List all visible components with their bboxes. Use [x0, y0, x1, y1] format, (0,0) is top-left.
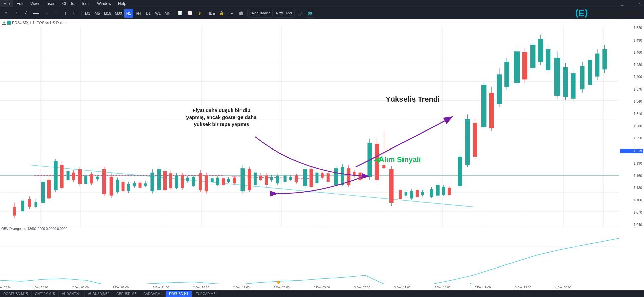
menu-tools[interactable]: Tools: [77, 0, 94, 7]
line-tool[interactable]: ╱: [21, 9, 30, 18]
tf-mn[interactable]: MN: [163, 9, 172, 18]
obv-header: OBV Divergence 18602.0000 0.0000 0.0000: [1, 227, 67, 231]
time-3dec03: 3 Dec 03:00: [314, 286, 330, 289]
tf-m15[interactable]: M15: [103, 9, 112, 18]
minimize-button[interactable]: _: [618, 0, 627, 7]
tf-d1[interactable]: D1: [144, 9, 153, 18]
price-1.070: 1.070: [620, 211, 643, 214]
toolbar: ↖ ✛ ╱ ⟶ ⟋ ⊹ T ⬡ M1 M5 M15 M30 H1 H4 D1 W…: [0, 7, 644, 19]
chart-header: ⊟ EOSUSD, H1: EOS vs US Dollar: [0, 19, 68, 26]
price-1.340: 1.340: [620, 100, 643, 103]
indicators-btn[interactable]: 📈: [185, 9, 194, 18]
menu-file[interactable]: File: [0, 0, 13, 7]
chart-icon-2: [7, 21, 11, 25]
tf-m1[interactable]: M1: [83, 9, 92, 18]
price-1.370: 1.370: [620, 87, 643, 91]
time-3dec23: 3 Dec 23:00: [515, 286, 531, 289]
cursor-tool[interactable]: ↖: [2, 9, 11, 18]
current-price-label: 1.219: [620, 149, 643, 153]
indicators-list-btn[interactable]: ⊞: [296, 9, 305, 18]
tf-h4[interactable]: H4: [134, 9, 143, 18]
tab-audchf-h4[interactable]: AUDCHF,H4: [59, 291, 85, 297]
time-2dec11: 2 Dec 11:00: [153, 286, 169, 289]
crosshair-tool[interactable]: ✛: [12, 9, 20, 18]
price-1.520: 1.520: [620, 26, 643, 30]
price-1.190: 1.190: [620, 162, 643, 165]
price-1.250: 1.250: [620, 136, 643, 140]
ide-btn[interactable]: IDE: [208, 9, 216, 18]
svg-line-0: [30, 165, 473, 207]
price-1.040: 1.040: [620, 223, 643, 227]
tab-eosusd-h1[interactable]: EOSUSD,H1: [166, 291, 192, 297]
chart-type-btn[interactable]: 📊: [176, 9, 184, 18]
menu-insert[interactable]: Insert: [42, 0, 59, 7]
svg-point-189: [277, 281, 280, 284]
price-scale: 1.520 1.490 1.460 1.430 1.400 1.370 1.34…: [619, 19, 644, 227]
tf-h1[interactable]: H1: [124, 9, 133, 18]
obv-chart-svg: [0, 232, 619, 290]
time-1dec23: 1 Dec 23:00: [32, 286, 49, 289]
menu-edit[interactable]: Edit: [13, 0, 27, 7]
menu-window[interactable]: Window: [94, 0, 115, 7]
close-button[interactable]: ×: [635, 0, 644, 7]
price-1.490: 1.490: [620, 39, 643, 42]
tab-chfjpy-m15[interactable]: CHFJPY,M15: [32, 291, 59, 297]
menu-help[interactable]: Help: [115, 0, 130, 7]
algo-trading-btn[interactable]: Algo Trading: [249, 9, 273, 18]
menu-view[interactable]: View: [27, 0, 42, 7]
new-order-btn[interactable]: New Order: [274, 9, 294, 18]
chart-title: EOSUSD, H1: EOS vs US Dollar: [12, 21, 66, 25]
time-3dec15: 3 Dec 15:00: [434, 286, 451, 289]
logo-text: Trading Finder: [591, 9, 642, 18]
separator-2: [174, 10, 174, 17]
separator-1: [81, 10, 82, 17]
zero-zero-btn[interactable]: 00: [306, 9, 314, 18]
maximize-button[interactable]: □: [627, 0, 635, 7]
tf-m5[interactable]: M5: [93, 9, 102, 18]
pitchfork-tool[interactable]: ⊹: [51, 9, 60, 18]
chart-icon-1: ⊟: [2, 21, 6, 25]
window-controls: _ □ ×: [618, 0, 644, 7]
tab-cadchf-h1[interactable]: CADCHF,H1: [140, 291, 166, 297]
new-order-label: New Order: [276, 11, 292, 15]
logo-icon: ⟨E⟩: [575, 8, 588, 19]
chart-container: ⊟ EOSUSD, H1: EOS vs US Dollar: [0, 19, 644, 290]
time-1dec: 1 Dec 2024: [0, 286, 11, 289]
menu-bar: File Edit View Insert Charts Tools Windo…: [0, 0, 644, 7]
time-3dec11: 3 Dec 11:00: [394, 286, 411, 289]
tab-dogeusd-m15[interactable]: DOGEUSD,M15: [0, 291, 32, 297]
time-4dec03: 4 Dec 03:00: [555, 286, 572, 289]
shapes-tool[interactable]: ⬡: [71, 9, 79, 18]
price-1.280: 1.280: [620, 124, 643, 128]
time-3dec19: 3 Dec 19:00: [475, 286, 491, 289]
time-axis: 1 Dec 2024 1 Dec 23:00 2 Dec 03:00 2 Dec…: [0, 284, 619, 290]
menu-charts[interactable]: Charts: [59, 0, 77, 7]
symbol-tabs: DOGEUSD,M15 CHFJPY,M15 AUDCHF,H4 AUDUSD,…: [0, 290, 644, 297]
cloud-btn[interactable]: ☁: [227, 9, 236, 18]
price-1.400: 1.400: [620, 75, 643, 79]
trend-tool[interactable]: ⟋: [42, 9, 50, 18]
time-3dec07: 3 Dec 07:00: [354, 286, 370, 289]
tab-audusd-m30[interactable]: AUDUSD,M30: [85, 291, 113, 297]
time-2dec15: 2 Dec 15:00: [193, 286, 209, 289]
ray-tool[interactable]: ⟶: [31, 9, 41, 18]
dollar-btn[interactable]: $: [195, 9, 204, 18]
separator-3: [206, 10, 206, 17]
time-2dec03: 2 Dec 03:00: [72, 286, 89, 289]
price-1.430: 1.430: [620, 63, 643, 67]
tab-gbpusd-m5[interactable]: GBPUSD,M5: [113, 291, 140, 297]
price-1.310: 1.310: [620, 112, 643, 116]
price-1.160: 1.160: [620, 174, 643, 178]
lock-btn[interactable]: 🔒: [217, 9, 226, 18]
time-2dec23: 2 Dec 23:00: [273, 286, 290, 289]
price-1.100: 1.100: [620, 198, 643, 202]
separator-4: [247, 10, 248, 17]
bot-btn[interactable]: 🤖: [237, 9, 246, 18]
trading-finder-logo: ⟨E⟩ Trading Finder: [575, 7, 642, 19]
text-tool[interactable]: T: [61, 9, 70, 18]
tf-w1[interactable]: W1: [154, 9, 162, 18]
tab-eurcad-m5[interactable]: EURCAD,M5: [192, 291, 219, 297]
time-2dec07: 2 Dec 07:00: [112, 286, 129, 289]
obv-panel: OBV Divergence 18602.0000 0.0000 0.0000 …: [0, 227, 619, 290]
tf-m30[interactable]: M30: [113, 9, 123, 18]
